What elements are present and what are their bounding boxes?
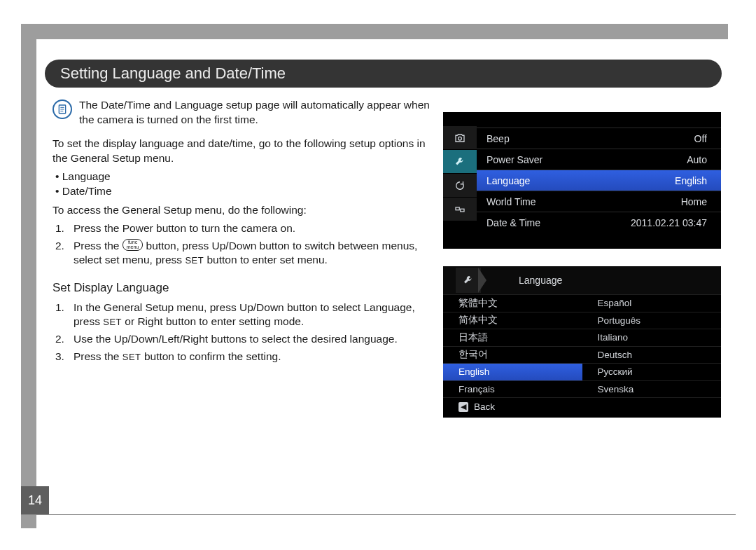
language-option: 简体中文 xyxy=(443,312,582,329)
gray-band-top xyxy=(21,24,728,39)
menu-label: Power Saver xyxy=(486,154,542,165)
language-option: Español xyxy=(582,294,722,312)
menu-value: Auto xyxy=(687,154,707,165)
tab-camera-icon xyxy=(443,126,477,150)
breadcrumb-title: Language xyxy=(519,275,562,286)
language-option: Português xyxy=(582,312,722,329)
page-rule xyxy=(21,514,736,515)
note-text: The Date/Time and Language setup page wi… xyxy=(79,98,430,127)
menu-row: Date & Time2011.02.21 03:47 xyxy=(477,212,721,233)
back-row: ◀ Back xyxy=(443,397,721,415)
screenshot-general-setup: BeepOffPower SaverAutoLanguageEnglishWor… xyxy=(443,112,721,249)
step-text: Press the funcmenu button, press Up/Down… xyxy=(74,239,430,268)
svg-rect-6 xyxy=(461,209,464,212)
note-icon xyxy=(52,99,72,119)
intro-paragraph: To set the display language and date/tim… xyxy=(52,137,430,165)
step-number: 3. xyxy=(55,350,69,364)
tab-connect-icon xyxy=(443,198,477,221)
language-grid: 繁體中文Español简体中文Português日本語Italiano한국어De… xyxy=(443,294,721,397)
menu-row: World TimeHome xyxy=(477,191,721,212)
language-option: Italiano xyxy=(582,329,722,346)
tab-wrench-icon xyxy=(443,150,477,174)
set-label: SET xyxy=(103,317,122,327)
menu-value: English xyxy=(675,175,707,186)
language-option: Svenska xyxy=(582,380,722,398)
step-text: In the General Setup menu, press Up/Down… xyxy=(74,301,430,329)
wrench-icon xyxy=(456,268,481,293)
back-button-icon: ◀ xyxy=(458,402,468,412)
menu-value: Off xyxy=(694,133,707,144)
bullet-item: Date/Time xyxy=(55,184,430,199)
menu-row: Power SaverAuto xyxy=(477,149,721,170)
step-number: 2. xyxy=(55,239,69,268)
set-label: SET xyxy=(122,352,141,362)
language-option: Русский xyxy=(582,363,722,380)
settings-menu: BeepOffPower SaverAutoLanguageEnglishWor… xyxy=(477,126,721,249)
step-number: 1. xyxy=(55,301,69,329)
func-menu-button-icon: funcmenu xyxy=(122,239,144,252)
step-text: Press the Power button to turn the camer… xyxy=(74,221,295,236)
breadcrumb: Language xyxy=(443,266,721,294)
language-option: 繁體中文 xyxy=(443,294,582,312)
menu-label: Date & Time xyxy=(486,217,540,228)
menu-value: Home xyxy=(681,196,707,207)
svg-rect-5 xyxy=(456,207,459,210)
menu-label: Language xyxy=(486,175,530,186)
bullet-item: Language xyxy=(55,170,430,184)
set-label: SET xyxy=(185,255,204,266)
step-number: 1. xyxy=(55,221,69,236)
menu-label: Beep xyxy=(486,133,510,144)
access-steps: 1.Press the Power button to turn the cam… xyxy=(55,221,430,268)
chevron-right-icon xyxy=(478,268,486,293)
language-option: Deutsch xyxy=(582,346,722,364)
manual-page: 14 Setting Language and Date/Time The Da… xyxy=(0,0,756,550)
gray-band-left xyxy=(21,24,36,528)
language-option: English xyxy=(443,363,582,380)
options-bullets: Language Date/Time xyxy=(55,170,430,198)
access-intro: To access the General Setup menu, do the… xyxy=(52,203,430,218)
page-number: 14 xyxy=(21,486,49,514)
settings-tab-sidebar xyxy=(443,126,477,249)
menu-label: World Time xyxy=(486,196,536,207)
menu-row: LanguageEnglish xyxy=(477,170,721,191)
step-number: 2. xyxy=(55,332,69,347)
step-text: Press the SET button to confirm the sett… xyxy=(74,350,281,364)
back-label: Back xyxy=(474,401,495,412)
menu-value: 2011.02.21 03:47 xyxy=(631,217,707,228)
section-heading: Setting Language and Date/Time xyxy=(45,60,722,88)
screenshot-language-menu: Language 繁體中文Español简体中文Português日本語Ital… xyxy=(443,266,721,418)
step-text: Use the Up/Down/Left/Right buttons to se… xyxy=(74,332,398,347)
language-option: 日本語 xyxy=(443,329,582,346)
subheading: Set Display Language xyxy=(52,280,430,296)
lang-steps: 1. In the General Setup menu, press Up/D… xyxy=(55,301,430,364)
svg-point-4 xyxy=(458,137,462,140)
tab-refresh-icon xyxy=(443,174,477,198)
body-text: The Date/Time and Language setup page wi… xyxy=(52,98,430,366)
language-option: 한국어 xyxy=(443,346,582,364)
language-option: Français xyxy=(443,380,582,398)
menu-row: BeepOff xyxy=(477,128,721,149)
